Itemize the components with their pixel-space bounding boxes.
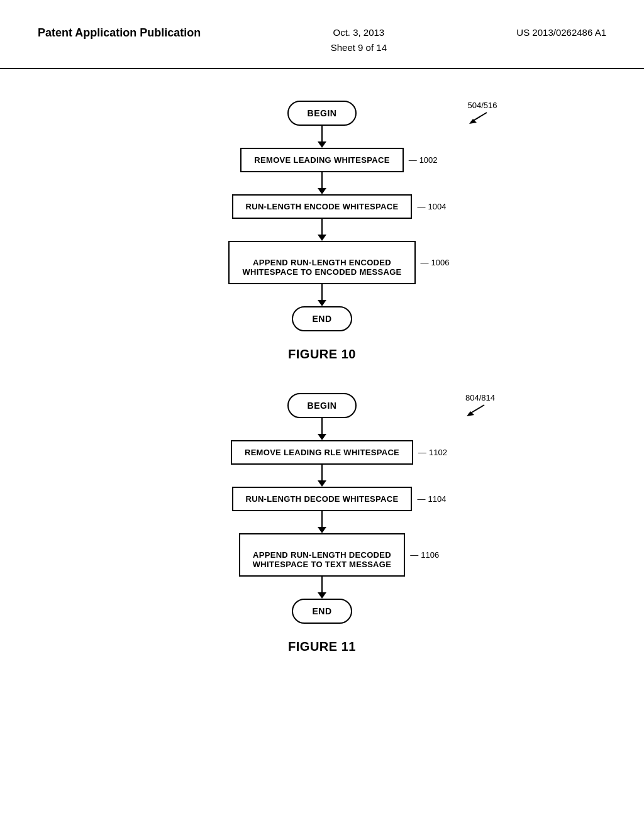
step1102-node: REMOVE LEADING RLE WHITESPACE 1102 — [231, 440, 413, 465]
arrow-10-2 — [318, 219, 326, 241]
step1104-shape: RUN-LENGTH DECODE WHITESPACE — [232, 487, 413, 511]
figure10-ref-text: 504/516 — [468, 101, 497, 110]
figure11-ref-text: 804/814 — [465, 393, 495, 402]
figure10-top-ref: 504/516 — [468, 101, 497, 126]
figure11-label: FIGURE 11 — [288, 639, 356, 654]
page-header: Patent Application Publication Oct. 3, 2… — [0, 0, 644, 69]
patent-number: US 2013/0262486 A1 — [516, 25, 606, 40]
arrow-11-0 — [318, 418, 326, 440]
step1006-node: APPEND RUN-LENGTH ENCODED WHITESPACE TO … — [228, 241, 415, 284]
step1102-ref: 1102 — [418, 448, 447, 457]
step1002-ref: 1002 — [409, 155, 438, 165]
step1004-ref: 1004 — [417, 202, 446, 211]
publication-date: Oct. 3, 2013 — [333, 27, 385, 38]
arrow-10-3 — [318, 284, 326, 306]
step1004-node: RUN-LENGTH ENCODE WHITESPACE 1004 — [232, 194, 413, 219]
arrow-11-2 — [318, 511, 326, 533]
figure10-label: FIGURE 10 — [288, 347, 356, 362]
main-content: 504/516 BEGIN REMOVE LEADING — [0, 69, 644, 667]
step1102-shape: REMOVE LEADING RLE WHITESPACE — [231, 440, 413, 465]
step1106-node: APPEND RUN-LENGTH DECODED WHITESPACE TO … — [239, 533, 405, 577]
step1002-node: REMOVE LEADING WHITESPACE 1002 — [240, 148, 403, 172]
begin11-shape: BEGIN — [287, 393, 357, 418]
figure11-ref-arrow — [465, 404, 487, 416]
figure10-flowchart: 504/516 BEGIN REMOVE LEADING — [228, 101, 415, 331]
figure10-ref-arrow — [468, 111, 490, 124]
sheet-info: Sheet 9 of 14 — [331, 42, 387, 53]
figure11-top-ref: 804/814 — [465, 393, 495, 419]
end10-node: END — [292, 306, 352, 331]
step1104-ref: 1104 — [417, 494, 446, 504]
begin10-node: BEGIN — [287, 101, 357, 126]
arrow-11-3 — [318, 577, 326, 599]
step1106-ref: 1106 — [410, 550, 439, 560]
arrow-10-1 — [318, 172, 326, 194]
publication-title: Patent Application Publication — [38, 25, 201, 41]
begin11-node: BEGIN — [287, 393, 357, 418]
begin10-shape: BEGIN — [287, 101, 357, 126]
figure11-section: 804/814 BEGIN REMOVE LEADING — [38, 393, 606, 654]
arrow-11-1 — [318, 465, 326, 487]
end11-node: END — [292, 599, 352, 624]
step1004-shape: RUN-LENGTH ENCODE WHITESPACE — [232, 194, 413, 219]
arrow-10-0 — [318, 126, 326, 148]
step1104-node: RUN-LENGTH DECODE WHITESPACE 1104 — [232, 487, 413, 511]
header-center: Oct. 3, 2013 Sheet 9 of 14 — [331, 25, 387, 55]
figure10-section: 504/516 BEGIN REMOVE LEADING — [38, 101, 606, 362]
step1006-shape: APPEND RUN-LENGTH ENCODED WHITESPACE TO … — [228, 241, 415, 284]
end10-shape: END — [292, 306, 352, 331]
end11-shape: END — [292, 599, 352, 624]
step1106-shape: APPEND RUN-LENGTH DECODED WHITESPACE TO … — [239, 533, 405, 577]
step1002-shape: REMOVE LEADING WHITESPACE — [240, 148, 403, 172]
step1006-ref: 1006 — [421, 258, 450, 267]
figure11-flowchart: 804/814 BEGIN REMOVE LEADING — [231, 393, 413, 624]
